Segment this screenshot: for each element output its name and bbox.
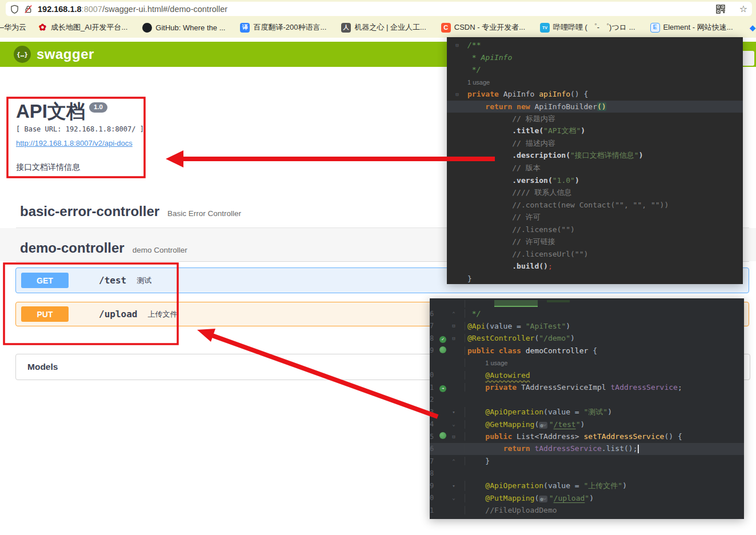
- http-method-badge: GET: [21, 273, 69, 288]
- bookmarks-bar: —华为云 ✿成长地图_AI开发平台... GitHub: Where the .…: [0, 18, 756, 37]
- api-info-section: API文档1.0 [ Base URL: 192.168.1.8:8007/ ]…: [16, 102, 147, 173]
- api-description: 接口文档详情信息: [16, 162, 147, 173]
- bookmark-item[interactable]: ◆稀土掘金: [748, 22, 756, 33]
- browser-chrome: 192.168.1.8:8007/swagger-ui.html#/demo-c…: [0, 0, 756, 38]
- code-line: 4⌄ @GetMapping(◍˅"/test"): [430, 418, 744, 431]
- code-line: */: [447, 63, 743, 76]
- code-line: 7⊟@Api(value = "ApiTest"): [430, 320, 744, 333]
- line-number: 5: [430, 433, 437, 441]
- address-bar[interactable]: 192.168.1.8:8007/swagger-ui.html#/demo-c…: [6, 2, 752, 16]
- leaf-check-icon[interactable]: [437, 334, 449, 343]
- fold-marker-icon[interactable]: ⌃: [449, 311, 458, 317]
- fold-marker-icon[interactable]: ⊟: [449, 323, 458, 329]
- line-number: 2: [430, 396, 437, 404]
- code-line: return new ApiInfoBuilder(): [447, 101, 743, 113]
- insecure-lock-icon[interactable]: [24, 5, 33, 14]
- fold-marker-icon[interactable]: ⊟: [453, 91, 462, 97]
- bookmark-item[interactable]: ✿成长地图_AI开发平台...: [38, 22, 127, 33]
- fold-marker-icon[interactable]: ▾: [449, 483, 458, 489]
- element-ui-icon: E: [650, 23, 660, 33]
- jiqizhixin-icon: 人: [341, 23, 351, 33]
- code-line: 3▾ @ApiOperation(value = "测试"): [430, 406, 744, 418]
- line-number: 6: [430, 445, 437, 453]
- code-editor-screenshot-apiinfo: ⊟/** * ApiInfo */1 usage⊟private ApiInfo…: [447, 37, 743, 284]
- endpoint-path: /upload: [99, 309, 137, 320]
- code-line: //// 联系人信息: [447, 186, 743, 199]
- code-line: // 许可链接: [447, 235, 743, 248]
- endpoint-summary: 上传文件: [147, 309, 177, 320]
- code-line: .version("1.0"): [447, 174, 743, 187]
- line-number: 7: [430, 457, 437, 465]
- line-number: 8: [430, 334, 437, 342]
- line-number: 3: [430, 408, 437, 416]
- code-line: 6⌃ */: [430, 308, 744, 320]
- code-line: // 版本: [447, 162, 743, 174]
- bookmark-item[interactable]: GitHub: Where the ...: [142, 23, 225, 33]
- bookmark-item[interactable]: EElement - 网站快速...: [650, 22, 733, 33]
- line-number: 0: [430, 371, 437, 379]
- endpoint-path: /test: [99, 275, 126, 286]
- version-badge: 1.0: [89, 102, 107, 113]
- bookmark-star-icon[interactable]: ☆: [739, 5, 747, 14]
- models-label: Models: [27, 362, 58, 372]
- code-line: // 许可: [447, 211, 743, 223]
- huawei-icon: ✿: [38, 23, 47, 33]
- fold-marker-icon[interactable]: ⌃: [449, 458, 458, 464]
- text-caret: [638, 445, 639, 453]
- fold-marker-icon[interactable]: ▾: [449, 409, 458, 415]
- swagger-logo-icon: {…}: [14, 46, 31, 63]
- code-line: 1 usage: [430, 357, 744, 369]
- code-line: 0⌄ @PutMapping(◍˅"/upload"): [430, 492, 744, 505]
- code-line: ⊟/**: [447, 39, 743, 51]
- line-number: 0: [430, 494, 437, 502]
- juejin-icon: ◆: [748, 23, 756, 33]
- screen: 192.168.1.8:8007/swagger-ui.html#/demo-c…: [0, 0, 756, 535]
- url-text[interactable]: 192.168.1.8:8007/swagger-ui.html#/demo-c…: [38, 5, 711, 14]
- tag-description: Basic Error Controller: [167, 209, 241, 218]
- bookmark-item[interactable]: TV哔哩哔哩 ( ゜- ゜)つロ ...: [540, 22, 635, 33]
- bookmark-item[interactable]: CCSDN - 专业开发者...: [441, 22, 525, 33]
- base-url: [ Base URL: 192.168.1.8:8007/ ]: [16, 125, 147, 133]
- tag-demo-controller[interactable]: demo-controllerdemo Controller: [20, 240, 187, 256]
- swagger-brand: swagger: [37, 46, 94, 62]
- shield-icon[interactable]: [10, 5, 19, 14]
- fold-marker-icon[interactable]: ⊟: [453, 42, 462, 48]
- line-number: 1: [430, 384, 437, 392]
- fold-marker-icon[interactable]: ⊟: [449, 336, 458, 341]
- code-line: 8⊟@RestController("/demo"): [430, 332, 744, 345]
- bean-icon[interactable]: [437, 432, 449, 441]
- tag-basic-error-controller[interactable]: basic-error-controllerBasic Error Contro…: [20, 203, 241, 219]
- leaf-arrow-icon[interactable]: [437, 383, 449, 392]
- code-editor-screenshot-controller: 6⌃ */7⊟@Api(value = "ApiTest")8⊟@RestCon…: [430, 298, 744, 519]
- endpoint-summary: 测试: [137, 276, 151, 286]
- code-line: }: [447, 273, 743, 285]
- api-docs-link[interactable]: http://192.168.1.8:8007/v2/api-docs: [16, 139, 133, 147]
- code-line: 0 @Autowired: [430, 369, 744, 382]
- code-line: //.licenseUrl(""): [447, 248, 743, 261]
- code-line: //.license(""): [447, 223, 743, 236]
- code-line: .description("接口文档详情信息"): [447, 150, 743, 162]
- code-line: 8: [430, 468, 744, 480]
- tag-description: demo Controller: [133, 246, 187, 254]
- http-method-badge: PUT: [21, 306, 69, 322]
- bean-icon[interactable]: [437, 346, 449, 355]
- bookmark-item[interactable]: —华为云: [0, 22, 26, 33]
- url-domain: 192.168.1.8: [38, 5, 82, 14]
- fold-marker-icon[interactable]: ⊟: [449, 434, 458, 440]
- code-line: 6 return tAddressService.list();: [430, 443, 744, 456]
- code-line: // 标题内容: [447, 113, 743, 125]
- line-number: 7: [430, 322, 437, 330]
- bookmark-item[interactable]: 译百度翻译-200种语言...: [240, 22, 326, 33]
- bookmark-item[interactable]: 人机器之心 | 企业人工...: [341, 22, 426, 33]
- url-port: :8007: [82, 5, 102, 14]
- qr-code-icon[interactable]: [716, 5, 725, 14]
- code-line: 7⌃ }: [430, 455, 744, 468]
- line-number: 1: [430, 506, 437, 514]
- api-title: API文档1.0: [16, 102, 147, 121]
- fold-marker-icon[interactable]: ⌄: [449, 495, 458, 501]
- code-line: 1 //FileUploadDemo: [430, 504, 744, 517]
- code-line: 9▾ @ApiOperation(value = "上传文件"): [430, 480, 744, 492]
- fold-marker-icon[interactable]: ⌄: [449, 421, 458, 427]
- code-line: 2: [430, 394, 744, 406]
- code-line: .build();: [447, 260, 743, 273]
